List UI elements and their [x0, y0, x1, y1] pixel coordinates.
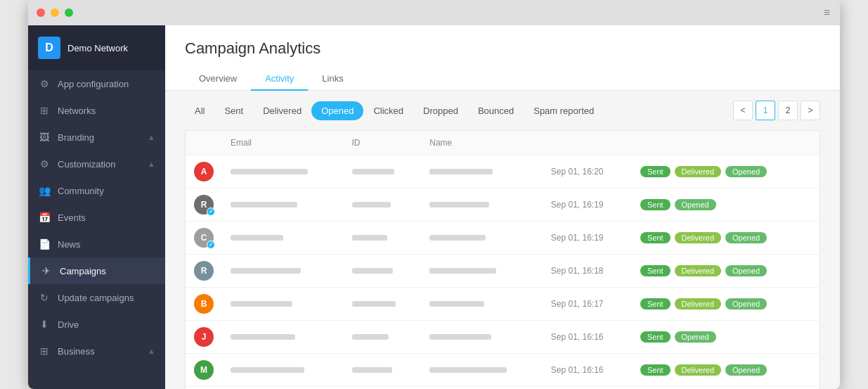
- status-badge: Opened: [725, 364, 767, 376]
- sidebar-item-app-configuration[interactable]: ⚙ App configuration: [28, 70, 165, 97]
- avatar-cell: R✓: [186, 189, 223, 222]
- email-cell: [222, 222, 344, 255]
- sidebar-item-customization[interactable]: ⚙ Customization ▲: [28, 151, 165, 177]
- sidebar-item-events[interactable]: 📅 Events: [28, 204, 165, 231]
- filter-dropped[interactable]: Dropped: [413, 101, 468, 120]
- sidebar-item-drive[interactable]: ⬇ Drive: [28, 311, 165, 338]
- avatar-cell: C✓: [186, 222, 223, 255]
- badges-cell: SentDeliveredOpened: [632, 155, 820, 189]
- col-name: Name: [421, 131, 543, 155]
- status-badge: Delivered: [675, 298, 721, 310]
- avatar: B: [194, 294, 214, 314]
- filter-spam-reported[interactable]: Spam reported: [524, 101, 604, 120]
- tab-links[interactable]: Links: [308, 68, 357, 91]
- sidebar-item-label: Update campaigns: [58, 293, 134, 303]
- filter-clicked[interactable]: Clicked: [363, 101, 413, 120]
- name-placeholder: [429, 235, 486, 241]
- email-placeholder: [231, 202, 297, 208]
- table-row[interactable]: JSep 01, 16:16SentDeliveredOpened: [186, 387, 820, 390]
- next-page-button[interactable]: >: [801, 101, 820, 120]
- timestamp-cell: Sep 01, 16:17: [543, 288, 632, 321]
- col-email: Email: [222, 131, 344, 155]
- sidebar-item-branding[interactable]: 🖼 Branding ▲: [28, 124, 165, 151]
- table-row[interactable]: C✓Sep 01, 16:19SentDeliveredOpened: [186, 222, 820, 255]
- name-cell: [421, 387, 543, 390]
- timestamp-cell: Sep 01, 16:18: [543, 255, 632, 288]
- tab-activity[interactable]: Activity: [251, 68, 308, 91]
- avatar: A: [194, 162, 214, 181]
- badges-cell: SentOpened: [632, 321, 820, 354]
- table-container: Email ID Name ASep 01, 16:20SentDelivere…: [165, 130, 840, 389]
- minimize-button[interactable]: [51, 8, 59, 17]
- table-row[interactable]: R✓Sep 01, 16:19SentOpened: [186, 189, 820, 222]
- page-header: Campaign Analytics Overview Activity Lin…: [165, 25, 840, 91]
- name-placeholder: [429, 367, 507, 373]
- filter-all[interactable]: All: [185, 101, 214, 120]
- name-cell: [421, 288, 543, 321]
- tab-overview[interactable]: Overview: [185, 68, 251, 91]
- name-placeholder: [429, 301, 484, 307]
- maximize-button[interactable]: [65, 8, 73, 17]
- avatar: R: [194, 261, 214, 281]
- table-row[interactable]: MSep 01, 16:16SentDeliveredOpened: [186, 354, 820, 387]
- avatar-cell: R: [186, 255, 223, 288]
- sidebar-logo: D: [38, 37, 60, 59]
- badges-cell: SentDeliveredOpened: [632, 255, 820, 288]
- name-cell: [421, 155, 543, 189]
- filter-delivered[interactable]: Delivered: [253, 101, 311, 120]
- filter-bar: All Sent Delivered Opened Clicked Droppe…: [165, 91, 840, 130]
- table-row[interactable]: RSep 01, 16:18SentDeliveredOpened: [186, 255, 820, 288]
- col-id: ID: [344, 131, 422, 155]
- avatar-cell: J: [186, 321, 223, 354]
- avatar-cell: B: [186, 288, 223, 321]
- close-button[interactable]: [37, 8, 45, 17]
- id-placeholder: [352, 202, 391, 208]
- sidebar-item-label: Campaigns: [60, 266, 106, 276]
- filter-sent[interactable]: Sent: [214, 101, 253, 120]
- app-window: ≡ D Demo Network ⚙ App configuration ⊞ N…: [28, 0, 840, 389]
- filter-opened[interactable]: Opened: [311, 101, 363, 120]
- sidebar-item-news[interactable]: 📄 News: [28, 231, 165, 257]
- sidebar-item-business[interactable]: ⊞ Business ▲: [28, 338, 165, 364]
- name-placeholder: [429, 268, 496, 274]
- sidebar-item-community[interactable]: 👥 Community: [28, 177, 165, 204]
- status-badge: Opened: [725, 166, 767, 177]
- prev-page-button[interactable]: <: [733, 101, 753, 120]
- check-badge: ✓: [207, 208, 215, 216]
- gear-icon: ⚙: [38, 158, 51, 170]
- status-badge: Sent: [640, 298, 671, 310]
- name-cell: [421, 354, 543, 387]
- chevron-up-icon: ▲: [148, 133, 155, 141]
- sidebar-item-label: Community: [58, 186, 104, 196]
- avatar: M: [194, 360, 214, 380]
- pagination: < 1 2 >: [733, 101, 820, 120]
- status-badge: Opened: [675, 331, 716, 343]
- sidebar-item-campaigns[interactable]: ✈ Campaigns: [28, 257, 165, 284]
- chevron-down-icon: ▲: [148, 347, 155, 355]
- sidebar-item-label: Networks: [58, 106, 96, 116]
- menu-icon[interactable]: ≡: [824, 6, 831, 19]
- email-placeholder: [231, 367, 304, 373]
- status-badge: Sent: [640, 199, 671, 210]
- avatar-cell: A: [186, 155, 223, 189]
- page-title: Campaign Analytics: [185, 39, 820, 58]
- table-row[interactable]: JSep 01, 16:16SentOpened: [186, 321, 820, 354]
- email-cell: [222, 155, 344, 189]
- id-cell: [344, 321, 422, 354]
- email-cell: [222, 387, 344, 390]
- filter-bounced[interactable]: Bounced: [468, 101, 524, 120]
- badges-cell: SentDeliveredOpened: [632, 354, 820, 387]
- sidebar-item-update-campaigns[interactable]: ↻ Update campaigns: [28, 284, 165, 311]
- name-cell: [421, 189, 543, 222]
- page-2-button[interactable]: 2: [778, 101, 798, 120]
- page-1-button[interactable]: 1: [756, 101, 775, 120]
- id-cell: [344, 155, 422, 189]
- status-badge: Delivered: [675, 232, 721, 243]
- sidebar-item-label: Drive: [58, 319, 79, 330]
- business-icon: ⊞: [38, 345, 51, 357]
- sidebar-item-networks[interactable]: ⊞ Networks: [28, 97, 165, 124]
- table-row[interactable]: ASep 01, 16:20SentDeliveredOpened: [186, 155, 820, 189]
- email-cell: [222, 288, 344, 321]
- sidebar-header: D Demo Network: [28, 25, 165, 70]
- table-row[interactable]: BSep 01, 16:17SentDeliveredOpened: [186, 288, 820, 321]
